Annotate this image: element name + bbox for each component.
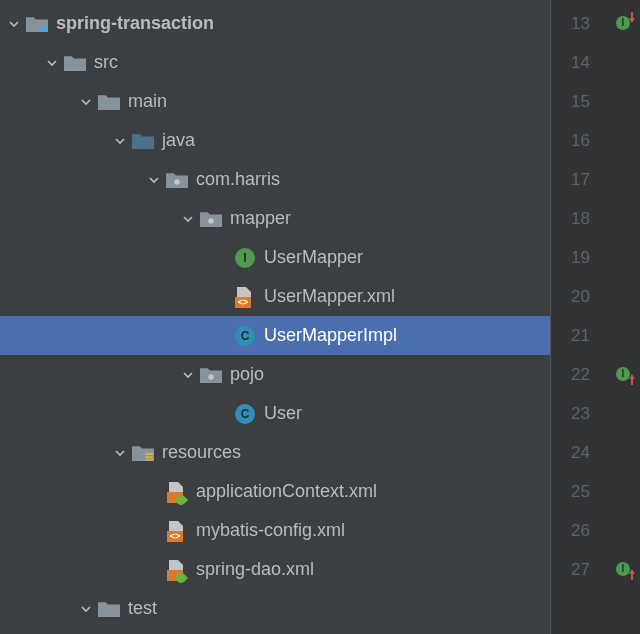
chevron-down-icon[interactable] [44,55,60,71]
chevron-down-icon[interactable] [112,445,128,461]
gutter-line[interactable]: 22I [551,355,640,394]
chevron-down-icon[interactable] [112,133,128,149]
tree-node-file-usermapper[interactable]: I UserMapper [0,238,550,277]
source-folder-icon [132,130,154,152]
gutter-line[interactable]: 27I [551,550,640,589]
tree-node-file-mybatis[interactable]: <> mybatis-config.xml [0,511,550,550]
tree-node-resources[interactable]: resources [0,433,550,472]
gutter-line[interactable]: 26 [551,511,640,550]
gutter-line[interactable]: 15 [551,82,640,121]
spring-xml-icon [166,481,188,503]
tree-label: applicationContext.xml [196,481,377,502]
tree-node-java[interactable]: java [0,121,550,160]
tree-label: com.harris [196,169,280,190]
tree-label: src [94,52,118,73]
gutter-line[interactable]: 17 [551,160,640,199]
svg-point-1 [174,179,179,184]
resources-folder-icon [132,442,154,464]
package-icon [200,364,222,386]
class-icon: C [234,325,256,347]
interface-icon: I [234,247,256,269]
tree-node-file-usermapperimpl[interactable]: C UserMapperImpl [0,316,550,355]
tree-node-test[interactable]: test [0,589,550,628]
folder-icon [98,598,120,620]
gutter-line[interactable]: 25 [551,472,640,511]
svg-rect-4 [145,453,153,455]
chevron-down-icon[interactable] [146,172,162,188]
svg-rect-6 [145,459,153,461]
package-icon [200,208,222,230]
tree-label: UserMapper [264,247,363,268]
tree-node-module[interactable]: spring-transaction [0,4,550,43]
chevron-down-icon[interactable] [78,601,94,617]
tree-label: UserMapperImpl [264,325,397,346]
svg-rect-5 [145,456,153,458]
tree-label: resources [162,442,241,463]
gutter-line[interactable]: 18 [551,199,640,238]
tree-node-src[interactable]: src [0,43,550,82]
xml-file-icon: <> [234,286,256,308]
overrides-marker-icon[interactable]: I [616,562,632,578]
tree-label: mybatis-config.xml [196,520,345,541]
implements-marker-icon[interactable]: I [616,16,632,32]
tree-label: User [264,403,302,424]
overrides-marker-icon[interactable]: I [616,367,632,383]
chevron-down-icon[interactable] [6,16,22,32]
svg-point-2 [208,218,213,223]
tree-label: spring-dao.xml [196,559,314,580]
editor-gutter: 13I 14 15 16 17 18 19 20 21 22I 23 24 25… [550,0,640,634]
gutter-line[interactable]: 13I [551,4,640,43]
gutter-line[interactable]: 24 [551,433,640,472]
tree-node-package-mapper[interactable]: mapper [0,199,550,238]
tree-node-file-usermapper-xml[interactable]: <> UserMapper.xml [0,277,550,316]
tree-node-package-root[interactable]: com.harris [0,160,550,199]
class-icon: C [234,403,256,425]
tree-label: mapper [230,208,291,229]
tree-label: UserMapper.xml [264,286,395,307]
tree-label: java [162,130,195,151]
folder-icon [98,91,120,113]
tree-label: test [128,598,157,619]
folder-icon [64,52,86,74]
gutter-line[interactable]: 16 [551,121,640,160]
gutter-line[interactable]: 20 [551,277,640,316]
tree-node-main[interactable]: main [0,82,550,121]
tree-node-file-appcontext[interactable]: applicationContext.xml [0,472,550,511]
tree-node-package-pojo[interactable]: pojo [0,355,550,394]
tree-node-file-user[interactable]: C User [0,394,550,433]
module-folder-icon [26,13,48,35]
svg-point-3 [208,374,213,379]
tree-node-file-springdao[interactable]: spring-dao.xml [0,550,550,589]
xml-file-icon: <> [166,520,188,542]
svg-rect-0 [40,26,47,31]
gutter-line[interactable]: 19 [551,238,640,277]
tree-label: spring-transaction [56,13,214,34]
gutter-line[interactable]: 21 [551,316,640,355]
chevron-down-icon[interactable] [180,211,196,227]
package-icon [166,169,188,191]
gutter-line[interactable]: 23 [551,394,640,433]
spring-xml-icon [166,559,188,581]
gutter-line[interactable]: 14 [551,43,640,82]
project-tree[interactable]: spring-transaction src main java com.har… [0,0,550,634]
tree-label: pojo [230,364,264,385]
chevron-down-icon[interactable] [180,367,196,383]
chevron-down-icon[interactable] [78,94,94,110]
tree-label: main [128,91,167,112]
